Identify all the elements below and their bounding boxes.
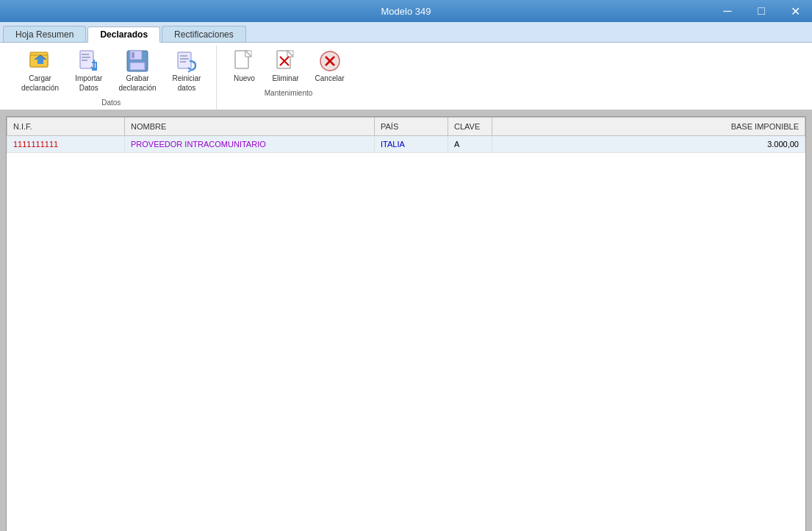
minimize-button[interactable]: ─ (711, 0, 744, 22)
data-table: N.I.F. NOMBRE PAÍS CLAVE BASE IMPONIBLE … (7, 117, 805, 153)
cell-clave: A (448, 136, 492, 153)
cell-pais: ITALIA (375, 136, 448, 153)
tab-hoja-resumen[interactable]: Hoja Resumen (3, 26, 86, 42)
datos-group-label: Datos (101, 99, 121, 107)
nuevo-label: Nuevo (234, 74, 255, 82)
svg-rect-12 (180, 55, 187, 57)
col-header-base: BASE IMPONIBLE (492, 118, 805, 136)
cancelar-button[interactable]: Cancelar (309, 46, 351, 86)
svg-rect-10 (130, 63, 145, 70)
table-row[interactable]: 1111111111 PROVEEDOR INTRACOMUNITARIO IT… (7, 136, 805, 153)
maximize-button[interactable]: □ (744, 0, 778, 22)
svg-rect-9 (132, 52, 134, 58)
grabar-icon (126, 49, 149, 73)
title-bar: Modelo 349 ─ □ ✕ (0, 0, 812, 22)
tabs-bar: Hoja Resumen Declarados Rectificaciones (0, 22, 812, 43)
window-title: Modelo 349 (381, 6, 431, 17)
reiniciar-label2: datos (178, 84, 195, 92)
cargar-icon (29, 49, 52, 73)
ribbon-group-datos: Cargar declaración Importar Datos (6, 46, 217, 110)
ribbon: Cargar declaración Importar Datos (0, 43, 812, 110)
close-button[interactable]: ✕ (778, 0, 812, 22)
cell-base: 3.000,00 (492, 136, 805, 153)
cell-nif: 1111111111 (7, 136, 125, 153)
main-panel: N.I.F. NOMBRE PAÍS CLAVE BASE IMPONIBLE … (6, 116, 806, 531)
col-header-pais: PAÍS (375, 118, 448, 136)
grabar-button[interactable]: Grabar declaración (112, 46, 162, 96)
grabar-label2: declaración (118, 84, 156, 92)
importar-button[interactable]: Importar Datos (68, 46, 109, 96)
reiniciar-label: Reiniciar (173, 74, 201, 82)
importar-label: Importar (75, 74, 102, 82)
col-header-nif: N.I.F. (7, 118, 125, 136)
nuevo-button[interactable]: Nuevo (226, 46, 262, 86)
eliminar-icon (274, 49, 298, 73)
reiniciar-icon (175, 49, 198, 73)
svg-rect-2 (37, 60, 43, 64)
mantenimiento-group-label: Mantenimiento (265, 89, 313, 97)
svg-rect-13 (180, 58, 189, 60)
mantenimiento-buttons: Nuevo Eliminar (226, 46, 351, 86)
nuevo-icon (232, 49, 256, 73)
col-header-nombre: NOMBRE (125, 118, 375, 136)
tab-declarados[interactable]: Declarados (87, 26, 160, 43)
reiniciar-button[interactable]: Reiniciar datos (166, 46, 208, 96)
cell-nombre: PROVEEDOR INTRACOMUNITARIO (125, 136, 375, 153)
main-content: N.I.F. NOMBRE PAÍS CLAVE BASE IMPONIBLE … (0, 110, 812, 531)
eliminar-button[interactable]: Eliminar (265, 46, 305, 86)
cargar-label2: declaración (21, 84, 59, 92)
cargar-label: Cargar (29, 74, 51, 82)
importar-icon (77, 49, 101, 73)
svg-rect-14 (180, 61, 186, 63)
svg-rect-5 (82, 57, 90, 58)
svg-rect-6 (82, 60, 87, 61)
cargar-button[interactable]: Cargar declaración (15, 46, 65, 96)
svg-rect-11 (178, 52, 191, 68)
datos-buttons: Cargar declaración Importar Datos (15, 46, 207, 96)
col-header-clave: CLAVE (448, 118, 492, 136)
svg-rect-4 (82, 54, 89, 55)
ribbon-group-mantenimiento: Nuevo Eliminar (217, 46, 359, 100)
cancelar-icon (318, 49, 342, 73)
importar-label2: Datos (79, 84, 98, 92)
tab-rectificaciones[interactable]: Rectificaciones (162, 26, 246, 42)
title-bar-controls: ─ □ ✕ (711, 0, 812, 22)
grabar-label: Grabar (126, 74, 148, 82)
cancelar-label: Cancelar (315, 74, 345, 82)
eliminar-label: Eliminar (272, 74, 298, 82)
